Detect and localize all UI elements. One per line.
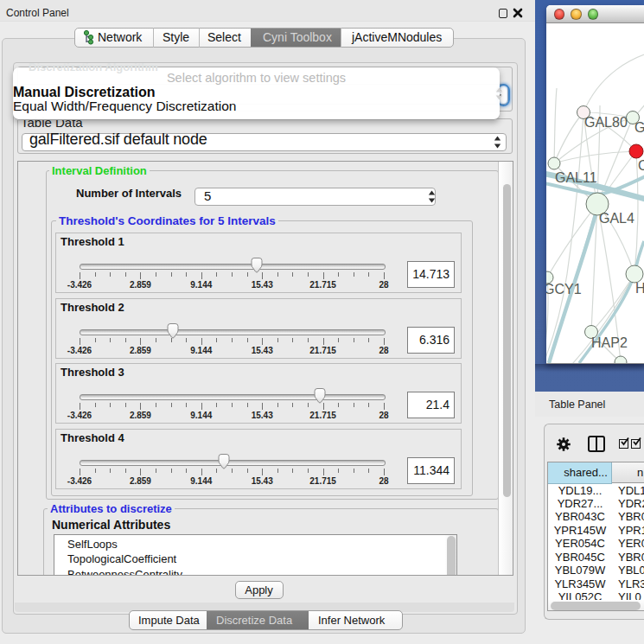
svg-text:GA: GA	[634, 120, 644, 135]
svg-text:HAP2: HAP2	[591, 335, 628, 350]
svg-text:GAL4: GAL4	[599, 211, 634, 226]
svg-text:CC: CC	[638, 158, 644, 173]
svg-text:GAL80: GAL80	[584, 115, 628, 130]
svg-text:GAL11: GAL11	[555, 170, 597, 185]
svg-text:HA: HA	[635, 281, 644, 296]
svg-text:GCY1: GCY1	[546, 282, 582, 296]
